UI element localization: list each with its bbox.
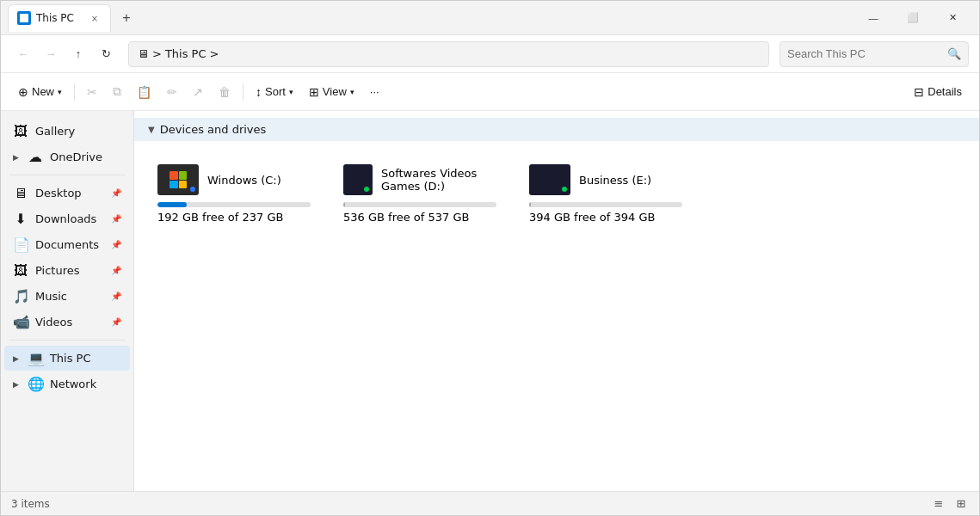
- drive-item-e[interactable]: Business (E:) 394 GB free of 394 GB: [520, 155, 692, 233]
- music-pin-icon: 📌: [111, 292, 121, 301]
- sidebar-item-music[interactable]: 🎵 Music 📌: [4, 284, 130, 309]
- tab-this-pc[interactable]: This PC ×: [8, 4, 111, 32]
- back-button[interactable]: ←: [11, 42, 35, 66]
- copy-button[interactable]: ⧉: [106, 78, 128, 106]
- sidebar-item-videos-label: Videos: [35, 316, 72, 329]
- breadcrumb-label: This PC: [165, 47, 206, 60]
- drive-bar-fill-d: [343, 202, 345, 207]
- status-bar-right: ≡ ⊞: [931, 496, 969, 512]
- section-header: ▼ Devices and drives: [134, 118, 979, 141]
- sidebar: 🖼 Gallery ▶ ☁ OneDrive 🖥 Desktop 📌 ⬇ Dow…: [1, 111, 134, 491]
- videos-pin-icon: 📌: [111, 317, 121, 327]
- sidebar-item-pictures[interactable]: 🖼 Pictures 📌: [4, 258, 130, 283]
- more-button[interactable]: ···: [363, 78, 386, 106]
- details-button[interactable]: ⊟ Details: [907, 78, 969, 106]
- sidebar-item-onedrive[interactable]: ▶ ☁ OneDrive: [4, 144, 130, 169]
- search-icon: 🔍: [947, 47, 961, 60]
- close-button[interactable]: ✕: [933, 4, 972, 32]
- minimize-button[interactable]: —: [854, 4, 893, 32]
- drive-image-d: [343, 164, 373, 195]
- music-icon: 🎵: [13, 288, 28, 304]
- delete-icon: 🗑: [219, 85, 231, 99]
- view-label: View: [323, 85, 347, 98]
- sort-button[interactable]: ↕ Sort ▾: [249, 78, 300, 106]
- sidebar-item-documents-label: Documents: [35, 238, 99, 251]
- desktop-pin-icon: 📌: [111, 188, 121, 198]
- sidebar-item-documents[interactable]: 📄 Documents 📌: [4, 232, 130, 257]
- share-button[interactable]: ↗: [186, 78, 210, 106]
- drive-image-c: [157, 164, 199, 195]
- documents-pin-icon: 📌: [111, 240, 121, 249]
- tab-title: This PC: [36, 12, 83, 24]
- drive-led-c: [190, 187, 195, 192]
- thispc-icon: 💻: [28, 350, 43, 366]
- drive-free-e: 394 GB free of 394 GB: [529, 211, 682, 224]
- drive-free-c: 192 GB free of 237 GB: [157, 211, 311, 224]
- sidebar-divider-2: [9, 340, 125, 341]
- section-chevron-icon: ▼: [148, 125, 155, 134]
- view-icon: ⊞: [309, 85, 319, 99]
- sidebar-item-gallery[interactable]: 🖼 Gallery: [4, 119, 130, 144]
- sort-label: Sort: [265, 85, 286, 98]
- rename-button[interactable]: ✏: [160, 78, 184, 106]
- toolbar-separator-2: [243, 83, 243, 101]
- sidebar-item-pictures-label: Pictures: [35, 264, 79, 277]
- maximize-button[interactable]: ⬜: [893, 4, 933, 32]
- drive-header-d: Softwares Videos Games (D:): [343, 164, 496, 195]
- drive-bar-e: [529, 202, 682, 207]
- new-button[interactable]: ⊕ New ▾: [11, 78, 69, 106]
- details-label: Details: [928, 85, 962, 98]
- tab-icon: [17, 11, 31, 25]
- drive-free-d: 536 GB free of 537 GB: [343, 211, 496, 224]
- network-icon: 🌐: [28, 376, 43, 392]
- drive-item-d[interactable]: Softwares Videos Games (D:) 536 GB free …: [334, 155, 506, 233]
- paste-button[interactable]: 📋: [130, 78, 158, 106]
- up-button[interactable]: ↑: [66, 42, 90, 66]
- new-tab-button[interactable]: +: [114, 6, 139, 30]
- drive-item-c[interactable]: Windows (C:) 192 GB free of 237 GB: [148, 155, 320, 233]
- sidebar-item-downloads-label: Downloads: [35, 212, 96, 225]
- search-box[interactable]: 🔍: [780, 41, 969, 67]
- list-view-button[interactable]: ≡: [931, 496, 946, 512]
- onedrive-expand-icon: ▶: [13, 153, 19, 162]
- rename-icon: ✏: [167, 85, 177, 99]
- tab-close-button[interactable]: ×: [88, 11, 102, 25]
- refresh-button[interactable]: ↻: [94, 42, 118, 66]
- drive-bar-d: [343, 202, 496, 207]
- sidebar-item-thispc[interactable]: ▶ 💻 This PC: [4, 346, 130, 371]
- breadcrumb-sep2: >: [210, 47, 219, 60]
- grid-view-button[interactable]: ⊞: [953, 496, 969, 512]
- cut-button[interactable]: ✂: [80, 78, 104, 106]
- sidebar-item-videos[interactable]: 📹 Videos 📌: [4, 310, 130, 335]
- status-bar: 3 items ≡ ⊞: [1, 491, 979, 515]
- cut-icon: ✂: [87, 85, 97, 99]
- paste-icon: 📋: [137, 85, 151, 99]
- documents-icon: 📄: [13, 236, 28, 253]
- sort-icon: ↕: [256, 85, 262, 99]
- win-logo-q3: [169, 181, 178, 189]
- win-logo-q1: [169, 171, 178, 180]
- sidebar-divider-1: [9, 175, 125, 175]
- delete-button[interactable]: 🗑: [212, 78, 237, 106]
- breadcrumb-sep1: >: [152, 47, 162, 60]
- drive-bar-fill-e: [529, 202, 531, 207]
- share-icon: ↗: [193, 85, 203, 99]
- sidebar-item-downloads[interactable]: ⬇ Downloads 📌: [4, 206, 130, 231]
- drive-header-e: Business (E:): [529, 164, 682, 195]
- drive-header-c: Windows (C:): [157, 164, 311, 195]
- title-bar: This PC × + — ⬜ ✕: [1, 1, 979, 35]
- sidebar-item-network[interactable]: ▶ 🌐 Network: [4, 372, 130, 396]
- view-button[interactable]: ⊞ View ▾: [302, 78, 361, 106]
- search-input[interactable]: [787, 47, 942, 60]
- drive-led-d: [364, 187, 369, 192]
- content-area: ▼ Devices and drives: [134, 111, 979, 491]
- toolbar-separator-1: [74, 83, 75, 101]
- pictures-icon: 🖼: [13, 262, 28, 279]
- forward-button[interactable]: →: [39, 42, 63, 66]
- videos-icon: 📹: [13, 314, 28, 330]
- drive-led-e: [562, 187, 567, 192]
- sidebar-item-desktop[interactable]: 🖥 Desktop 📌: [4, 181, 130, 206]
- breadcrumb[interactable]: 🖥 > This PC >: [128, 41, 769, 67]
- drive-image-e: [529, 164, 570, 195]
- copy-icon: ⧉: [113, 84, 121, 99]
